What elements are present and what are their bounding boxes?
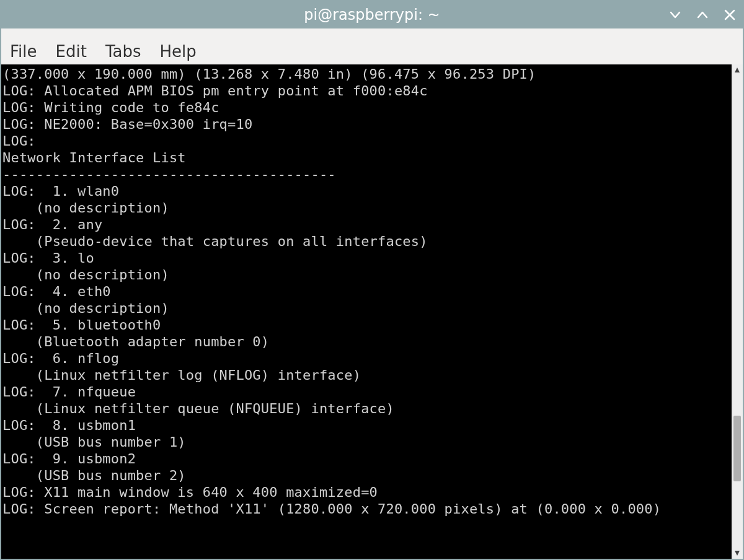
chevron-down-icon: [669, 9, 681, 21]
menubar: File Edit Tabs Help: [1, 28, 743, 64]
terminal-output[interactable]: (337.000 x 190.000 mm) (13.268 x 7.480 i…: [1, 64, 732, 559]
menu-tabs[interactable]: Tabs: [105, 42, 141, 61]
scroll-thumb[interactable]: [733, 416, 741, 482]
maximize-button[interactable]: [696, 8, 709, 22]
triangle-down-icon: [734, 550, 740, 556]
close-button[interactable]: [723, 8, 737, 22]
scroll-up-arrow[interactable]: [732, 64, 743, 76]
terminal-area: (337.000 x 190.000 mm) (13.268 x 7.480 i…: [1, 64, 743, 559]
close-icon: [724, 9, 736, 21]
minimize-button[interactable]: [668, 8, 682, 22]
window-title: pi@raspberrypi: ~: [304, 6, 440, 24]
window-controls: [668, 8, 737, 22]
terminal-window: pi@raspberrypi: ~ File Edit Tab: [0, 0, 744, 560]
chevron-up-icon: [696, 9, 709, 21]
menu-file[interactable]: File: [10, 42, 37, 61]
svg-marker-2: [735, 68, 740, 72]
menu-edit[interactable]: Edit: [56, 42, 87, 61]
scroll-track[interactable]: [732, 76, 743, 548]
menu-help[interactable]: Help: [159, 42, 196, 61]
window-titlebar: pi@raspberrypi: ~: [1, 1, 743, 28]
scroll-down-arrow[interactable]: [732, 548, 743, 559]
svg-marker-3: [735, 551, 740, 556]
vertical-scrollbar[interactable]: [732, 64, 743, 559]
triangle-up-icon: [734, 67, 740, 73]
